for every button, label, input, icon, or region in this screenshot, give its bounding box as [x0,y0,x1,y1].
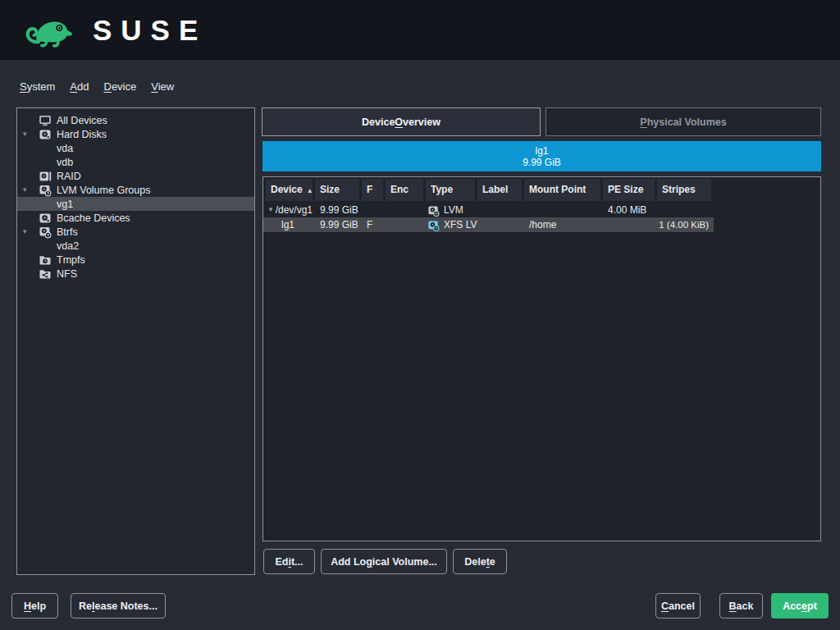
sidebar-item-btrfs[interactable]: ▾Btrfs [17,225,254,239]
sidebar-item-bcache-devices[interactable]: Bcache Devices [17,211,254,225]
column-header-label[interactable]: Label [477,179,522,201]
cancel-button[interactable]: Cancel [655,593,701,619]
sidebar-item-label: NFS [57,268,77,280]
tab-device-overview[interactable]: Device Overview [262,107,541,136]
edit-button[interactable]: Edit... [263,549,315,574]
raid-icon [39,170,57,183]
device-tree: All Devices▾Hard DisksvdavdbRAID▾LVM Vol… [17,113,254,281]
brand-bar: SUSE [0,0,840,60]
cell-size: 9.99 GiB [315,217,359,232]
sidebar-item-vda2[interactable]: vda2 [17,239,254,253]
row-expander-icon[interactable]: ▼ [267,203,276,217]
suse-logo: SUSE [21,9,207,52]
expander-icon[interactable]: ▾ [23,225,39,239]
device-banner-title: lg1 [535,145,548,157]
device-table-header: Device▲SizeFEncTypeLabelMount PointPE Si… [263,177,820,201]
sidebar-item-label: LVM Volume Groups [57,185,150,196]
column-header-type[interactable]: Type [426,179,475,201]
cell-type: XFS LV [426,217,475,232]
sidebar-item-label: vdb [57,157,73,168]
suse-chameleon-icon [21,10,82,51]
column-header-mount_point[interactable]: Mount Point [524,179,600,201]
sidebar-item-label: RAID [57,171,81,182]
folder-clock-icon [39,253,57,267]
column-header-stripes[interactable]: Stripes [657,179,711,201]
table-row-lg1[interactable]: lg19.99 GiBFXFS LV/home1 (4.00 KiB) [263,217,714,232]
device-tree-panel: All Devices▾Hard DisksvdavdbRAID▾LVM Vol… [16,107,255,575]
sidebar-item-label: Hard Disks [57,129,107,140]
expander-icon[interactable]: ▾ [23,127,39,141]
help-button[interactable]: Help [11,593,58,619]
lvm-icon [427,219,440,231]
lvm-icon [39,226,57,239]
add-logical-volume-button[interactable]: Add Logical Volume... [321,549,447,574]
release-notes-button[interactable]: Release Notes... [71,593,166,619]
cell-enc [386,203,423,217]
sidebar-item-label: vda2 [57,240,79,252]
lvm-icon [427,204,440,217]
device-table-body: ▼/dev/vg19.99 GiBLVM4.00 MiBlg19.99 GiBF… [263,203,820,232]
sort-ascending-icon: ▲ [307,187,313,194]
lvm-icon [39,184,57,197]
delete-button[interactable]: Delete [453,549,507,574]
cell-f [362,203,383,217]
column-header-pe_size[interactable]: PE Size [603,179,655,201]
menu-view[interactable]: View [151,80,174,93]
cell-f: F [362,217,383,232]
menu-bar: System Add Device View [0,60,840,112]
sidebar-item-raid[interactable]: RAID [17,169,254,183]
table-row--dev-vg1[interactable]: ▼/dev/vg19.99 GiBLVM4.00 MiB [263,203,714,217]
sidebar-item-lvm-volume-groups[interactable]: ▾LVM Volume Groups [17,183,254,197]
back-button[interactable]: Back [719,593,763,619]
folder-share-icon [39,267,57,281]
yast-expert-partitioner-window: SUSE System Add Device View All Devices▾… [0,0,840,630]
icon-spacer [39,156,57,169]
cell-label [477,217,522,232]
sidebar-item-all-devices[interactable]: All Devices [17,113,254,127]
expander-icon[interactable]: ▾ [23,183,39,197]
cell-stripes [657,203,711,217]
sidebar-item-vda[interactable]: vda [17,141,254,155]
device-table: Device▲SizeFEncTypeLabelMount PointPE Si… [262,176,821,541]
sidebar-item-label: Btrfs [57,226,78,238]
sidebar-item-vg1[interactable]: vg1 [17,197,254,211]
icon-spacer [39,198,57,211]
menu-device[interactable]: Device [103,80,136,93]
column-header-f[interactable]: F [362,179,383,201]
column-header-device[interactable]: Device▲ [266,179,313,201]
sidebar-item-label: All Devices [57,115,107,126]
column-header-size[interactable]: Size [315,179,359,201]
cell-size: 9.99 GiB [315,203,359,217]
cell-device: lg1 [266,217,313,232]
sidebar-item-label: vg1 [57,199,73,210]
cell-label [477,203,522,217]
tab-physical-volumes[interactable]: Physical Volumes [546,107,821,136]
accept-button[interactable]: Accept [771,593,829,619]
monitor-icon [39,114,57,127]
device-banner-size: 9.99 GiB [523,157,561,168]
cell-type: LVM [426,203,475,217]
cell-enc [386,217,423,232]
sidebar-item-hard-disks[interactable]: ▾Hard Disks [17,127,254,141]
sidebar-item-vdb[interactable]: vdb [17,155,254,169]
icon-spacer [39,240,57,253]
cell-mount_point [524,203,600,217]
icon-spacer [39,142,57,155]
disk-icon [39,212,57,225]
cell-device: ▼/dev/vg1 [266,203,313,217]
sidebar-item-label: vda [57,143,73,154]
sidebar-item-tmpfs[interactable]: Tmpfs [17,253,254,267]
cell-mount_point: /home [524,217,600,232]
sidebar-item-nfs[interactable]: NFS [17,267,254,281]
disk-icon [39,128,57,141]
sidebar-item-label: Bcache Devices [57,212,130,224]
cell-pe_size [603,217,655,232]
device-banner: lg1 9.99 GiB [262,141,821,171]
cell-stripes: 1 (4.00 KiB) [657,217,711,232]
column-header-enc[interactable]: Enc [386,179,423,201]
sidebar-item-label: Tmpfs [57,254,85,266]
menu-system[interactable]: System [20,80,55,93]
cell-pe_size: 4.00 MiB [603,203,655,217]
brand-text: SUSE [93,9,207,52]
menu-add[interactable]: Add [70,80,89,93]
